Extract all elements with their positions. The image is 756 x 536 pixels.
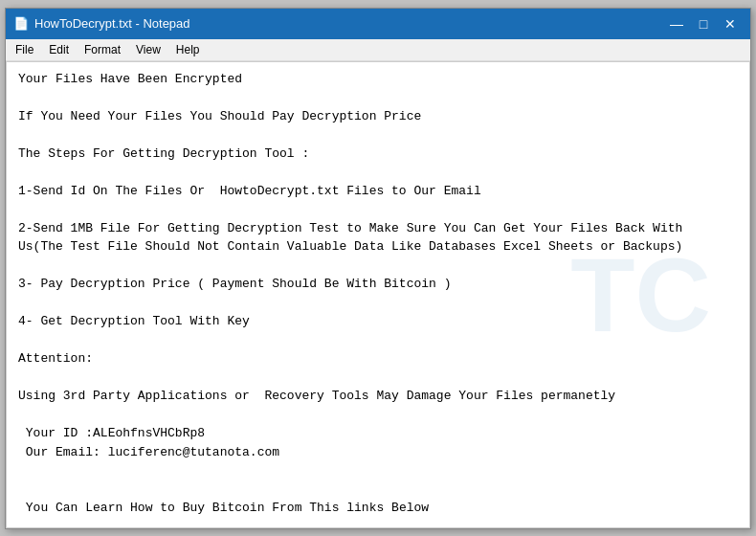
title-bar-left: 📄 HowToDecrypt.txt - Notepad <box>13 16 190 32</box>
title-bar: 📄 HowToDecrypt.txt - Notepad — □ ✕ <box>6 9 750 39</box>
content-area[interactable]: TC Your Files Have Been Encrypted If You… <box>6 61 750 528</box>
minimize-button[interactable]: — <box>664 13 689 34</box>
notepad-text: Your Files Have Been Encrypted If You Ne… <box>18 70 738 528</box>
menu-file[interactable]: File <box>10 41 39 58</box>
window-title: HowToDecrypt.txt - Notepad <box>34 16 190 31</box>
title-controls: — □ ✕ <box>664 13 743 34</box>
menu-bar: File Edit Format View Help <box>6 39 750 61</box>
notepad-window: 📄 HowToDecrypt.txt - Notepad — □ ✕ File … <box>5 8 751 529</box>
close-button[interactable]: ✕ <box>718 13 743 34</box>
maximize-button[interactable]: □ <box>691 13 716 34</box>
menu-format[interactable]: Format <box>78 41 126 58</box>
menu-edit[interactable]: Edit <box>43 41 75 58</box>
menu-view[interactable]: View <box>130 41 167 58</box>
menu-help[interactable]: Help <box>170 41 206 58</box>
app-icon: 📄 <box>13 16 29 32</box>
